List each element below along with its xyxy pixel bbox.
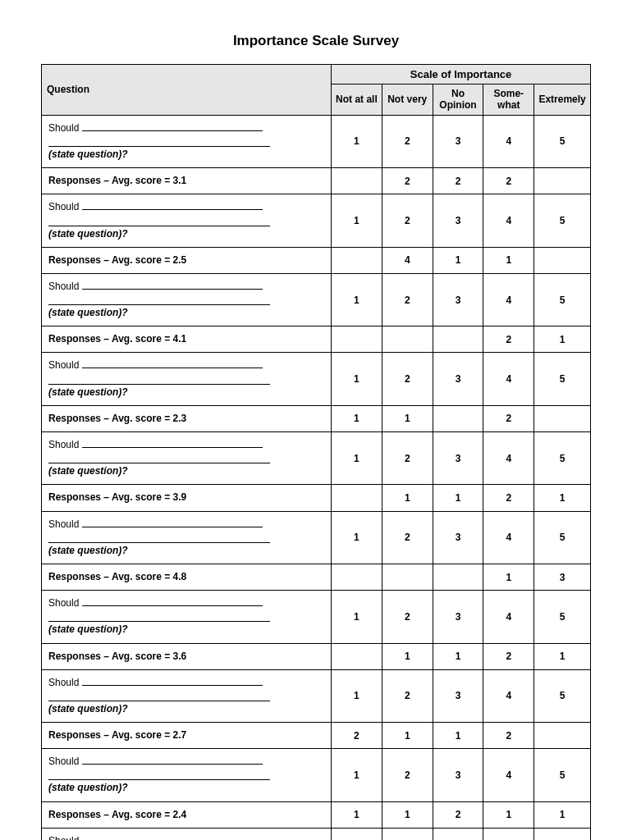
should-label: Should	[48, 596, 79, 611]
scale-value: 1	[332, 749, 382, 801]
response-count: 2	[332, 723, 382, 749]
scale-value: 1	[332, 115, 382, 167]
response-count: 2	[483, 326, 534, 353]
response-count: 1	[534, 643, 591, 669]
scale-value: 3	[433, 353, 483, 405]
response-count: 1	[433, 723, 483, 749]
blank-line	[82, 202, 263, 210]
question-cell: Should(state question)?	[42, 115, 332, 167]
responses-label: Responses – Avg. score = 2.4	[48, 809, 186, 820]
header-question: Question	[42, 65, 332, 116]
question-cell: Should(state question)?	[42, 273, 332, 326]
blank-line	[82, 756, 263, 765]
scale-value: 5	[534, 273, 591, 326]
should-label: Should	[48, 199, 79, 215]
scale-value: 5	[534, 828, 591, 840]
response-count	[534, 723, 591, 749]
response-count	[433, 326, 483, 353]
scale-value: 1	[332, 511, 382, 564]
scale-value: 5	[534, 353, 591, 405]
scale-value: 1	[332, 194, 382, 247]
scale-value: 2	[382, 749, 433, 801]
responses-cell: Responses – Avg. score = 2.4	[42, 801, 332, 828]
responses-label: Responses – Avg. score = 3.6	[48, 651, 186, 662]
scale-value: 2	[382, 194, 433, 247]
question-cell: Should(state question)?	[42, 432, 332, 485]
response-count: 1	[483, 564, 534, 590]
responses-label: Responses – Avg. score = 4.8	[48, 571, 186, 582]
response-count: 2	[483, 405, 534, 431]
scale-value: 5	[534, 511, 591, 564]
response-count: 1	[382, 723, 433, 749]
scale-value: 5	[534, 669, 591, 722]
scale-value: 2	[382, 432, 433, 485]
blank-line	[48, 614, 270, 622]
response-count: 1	[382, 801, 433, 828]
responses-label: Responses – Avg. score = 2.5	[48, 254, 186, 266]
header-col-3: No Opinion	[433, 84, 483, 116]
responses-cell: Responses – Avg. score = 3.6	[42, 643, 332, 669]
response-count	[534, 168, 591, 194]
response-count: 1	[433, 485, 483, 511]
blank-line	[48, 297, 270, 305]
blank-line	[82, 598, 263, 606]
blank-line	[48, 535, 270, 543]
scale-value: 2	[382, 828, 433, 840]
responses-cell: Responses – Avg. score = 2.5	[42, 247, 332, 273]
scale-value: 3	[433, 828, 483, 840]
responses-label: Responses – Avg. score = 3.1	[48, 175, 186, 186]
question-cell: Should(state question)?	[42, 511, 332, 564]
blank-line	[82, 519, 263, 527]
scale-value: 4	[483, 353, 534, 405]
blank-line	[82, 123, 263, 131]
should-label: Should	[48, 279, 79, 294]
response-count: 2	[483, 643, 534, 669]
scale-value: 3	[433, 194, 483, 247]
state-question-label: (state question)?	[48, 147, 324, 162]
scale-value: 2	[382, 669, 433, 722]
scale-value: 4	[483, 511, 534, 564]
response-count	[382, 564, 433, 590]
scale-value: 2	[382, 273, 433, 326]
response-count	[382, 326, 433, 353]
response-count: 3	[534, 564, 591, 590]
response-count: 1	[433, 643, 483, 669]
response-count: 2	[433, 168, 483, 194]
blank-line	[48, 218, 270, 226]
should-label: Should	[48, 358, 79, 373]
scale-value: 2	[382, 353, 433, 405]
response-count: 2	[382, 168, 433, 194]
responses-cell: Responses – Avg. score = 3.1	[42, 168, 332, 194]
state-question-label: (state question)?	[48, 226, 324, 242]
should-label: Should	[48, 833, 79, 840]
scale-value: 3	[433, 511, 483, 564]
scale-value: 4	[483, 749, 534, 801]
question-cell: Should(state question)?	[42, 353, 332, 405]
scale-value: 3	[433, 749, 483, 801]
response-count: 2	[483, 485, 534, 511]
response-count: 1	[382, 643, 433, 669]
response-count: 1	[332, 405, 382, 431]
should-label: Should	[48, 517, 79, 532]
should-label: Should	[48, 437, 79, 453]
header-col-4: Some-what	[483, 84, 534, 116]
scale-value: 3	[433, 115, 483, 167]
scale-value: 4	[483, 194, 534, 247]
state-question-label: (state question)?	[48, 543, 324, 559]
responses-label: Responses – Avg. score = 2.3	[48, 413, 186, 424]
scale-value: 5	[534, 115, 591, 167]
scale-value: 3	[433, 432, 483, 485]
state-question-label: (state question)?	[48, 701, 324, 717]
response-count	[534, 247, 591, 273]
survey-table: Question Scale of Importance Not at all …	[41, 64, 591, 840]
scale-value: 5	[534, 194, 591, 247]
header-col-5: Extremely	[534, 84, 591, 116]
response-count: 2	[433, 801, 483, 828]
scale-value: 2	[382, 591, 433, 643]
scale-value: 1	[332, 669, 382, 722]
response-count	[332, 326, 382, 353]
state-question-label: (state question)?	[48, 385, 324, 400]
scale-value: 4	[483, 591, 534, 643]
scale-value: 3	[433, 669, 483, 722]
response-count	[332, 247, 382, 273]
